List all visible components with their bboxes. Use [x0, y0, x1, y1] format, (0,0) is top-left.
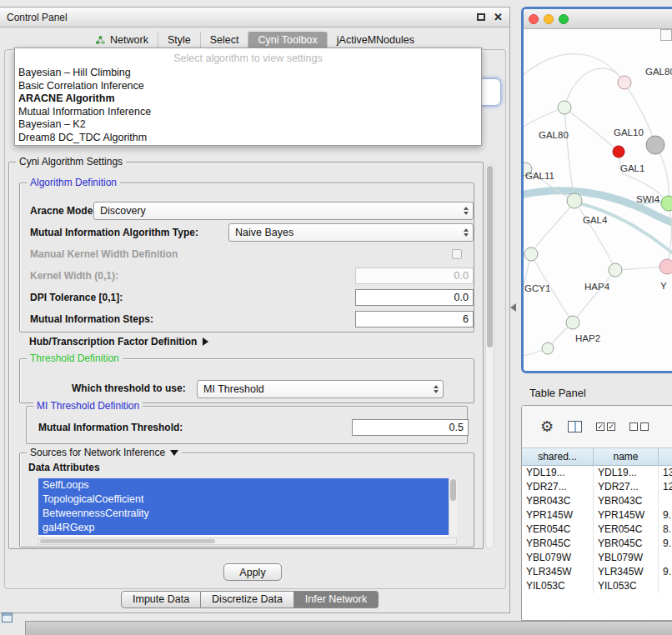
- scrollbar-button[interactable]: [660, 29, 672, 41]
- data-attributes-list[interactable]: SelfLoops TopologicalCoefficient Between…: [38, 478, 457, 537]
- dropdown-option[interactable]: Dream8 DC_TDC Algorithm: [15, 132, 481, 145]
- sources-title[interactable]: Sources for Network Inference: [27, 447, 182, 458]
- apply-button[interactable]: Apply: [223, 563, 282, 581]
- tab-infer-network[interactable]: Infer Network: [294, 591, 379, 608]
- updown-arrows-icon: [462, 228, 470, 237]
- tab-network[interactable]: Network: [86, 32, 158, 49]
- mi-threshold-input[interactable]: 0.5: [352, 419, 469, 436]
- cell: YBR043C: [594, 494, 659, 508]
- dropdown-option[interactable]: Bayesian – Hill Climbing: [15, 67, 481, 80]
- table-row[interactable]: YLR345W YLR345W 9.: [522, 565, 672, 579]
- manual-kernel-label: Manual Kernel Width Definition: [30, 245, 178, 263]
- graph-node[interactable]: [661, 196, 672, 211]
- float-window-icon[interactable]: [477, 13, 485, 21]
- list-vertical-scrollbar[interactable]: [449, 478, 457, 537]
- table-row[interactable]: YDR27... YDR27... 12: [522, 480, 672, 494]
- cell: 9.: [659, 565, 672, 579]
- aracne-mode-select[interactable]: Discovery: [93, 202, 474, 220]
- dropdown-option[interactable]: Basic Correlation Inference: [15, 80, 481, 93]
- tab-impute-data[interactable]: Impute Data: [121, 591, 201, 608]
- graph-node[interactable]: [609, 263, 622, 277]
- dropdown-option[interactable]: Bayesian – K2: [15, 118, 481, 132]
- tab-style[interactable]: Style: [158, 32, 200, 49]
- dpi-tolerance-input[interactable]: 0.0: [355, 289, 474, 306]
- hub-section-toggle[interactable]: Hub/Transcription Factor Definition: [29, 334, 208, 349]
- expand-right-arrow-icon: [203, 338, 208, 346]
- manual-kernel-checkbox[interactable]: [452, 249, 462, 259]
- mi-type-select[interactable]: Naive Bayes: [228, 223, 474, 242]
- column-header-name[interactable]: name: [594, 448, 659, 465]
- dropdown-option[interactable]: Mutual Information Inference: [15, 106, 481, 119]
- minimize-traffic-light[interactable]: [544, 14, 554, 24]
- data-attributes-label: Data Attributes: [28, 458, 100, 477]
- graph-node[interactable]: [524, 248, 538, 261]
- table-row[interactable]: YBL079W YBL079W: [522, 551, 672, 565]
- list-item[interactable]: BetweennessCentrality: [38, 507, 449, 521]
- splitter-collapse-arrow[interactable]: [510, 303, 516, 312]
- cell: YER054C: [522, 522, 594, 537]
- node-label: Y: [660, 281, 667, 291]
- column-header-shared-name[interactable]: shared...: [522, 448, 594, 465]
- dropdown-placeholder: Select algorithm to view settings: [15, 50, 481, 67]
- unselect-all-icon[interactable]: [629, 422, 649, 431]
- graph-node[interactable]: [646, 136, 664, 154]
- cell: [659, 551, 672, 565]
- which-threshold-select[interactable]: MI Threshold: [197, 380, 444, 398]
- kernel-width-input[interactable]: 0.0: [355, 268, 474, 284]
- cell: [659, 579, 672, 593]
- node-label: GAL11: [525, 171, 554, 181]
- tab-discretize-data[interactable]: Discretize Data: [201, 591, 294, 608]
- close-traffic-light[interactable]: [529, 14, 539, 24]
- tab-label: Cyni Toolbox: [258, 34, 317, 46]
- dropdown-option-selected[interactable]: ARACNE Algorithm: [15, 92, 481, 106]
- network-view-window: GAL80 GAL80 GAL10 GAL11 GAL1 SWI4 GAL4 G…: [521, 7, 672, 373]
- cell: YBR045C: [522, 537, 594, 551]
- list-horizontal-scrollbar[interactable]: [38, 538, 457, 545]
- network-canvas[interactable]: GAL80 GAL80 GAL10 GAL11 GAL1 SWI4 GAL4 G…: [524, 29, 672, 371]
- scrollbar-thumb[interactable]: [487, 166, 493, 348]
- kernel-width-label: Kernel Width (0,1):: [30, 267, 118, 285]
- graph-node[interactable]: [613, 146, 624, 158]
- table-row[interactable]: YIL053C YIL053C: [522, 579, 672, 593]
- minimized-panel-icon[interactable]: [2, 612, 13, 622]
- settings-scrollbar[interactable]: [485, 163, 494, 549]
- column-header-third[interactable]: [659, 448, 672, 465]
- list-item[interactable]: TopologicalCoefficient: [38, 492, 449, 507]
- table-row[interactable]: YBR045C YBR045C 9.: [522, 537, 672, 551]
- cell: YDR27...: [522, 480, 594, 494]
- table-row[interactable]: YBR043C YBR043C: [522, 494, 672, 508]
- collapse-down-arrow-icon: [170, 450, 178, 456]
- mi-threshold-label: Mutual Information Threshold:: [38, 418, 183, 437]
- node-label: GCY1: [524, 283, 550, 293]
- table-row[interactable]: YPR145W YPR145W 9.: [522, 508, 672, 522]
- graph-node[interactable]: [542, 342, 554, 354]
- tab-select[interactable]: Select: [200, 32, 248, 49]
- scrollbar-thumb[interactable]: [40, 539, 215, 543]
- select-all-icon[interactable]: ✓✓: [596, 422, 615, 431]
- tab-jactivemnodules[interactable]: jActiveMNodules: [327, 32, 424, 49]
- combo-value: MI Threshold: [203, 383, 432, 395]
- tab-label: Select: [210, 34, 239, 46]
- graph-node[interactable]: [566, 316, 579, 329]
- mi-steps-input[interactable]: 6: [355, 311, 474, 328]
- graph-node[interactable]: [618, 76, 631, 89]
- table-row[interactable]: YDL19... YDL19... 13: [522, 466, 672, 480]
- graph-node[interactable]: [558, 101, 571, 114]
- dpi-tolerance-label: DPI Tolerance [0,1]:: [30, 288, 123, 307]
- cell: YDL19...: [522, 466, 594, 480]
- network-window-titlebar: [524, 9, 672, 29]
- scrollbar-thumb[interactable]: [450, 479, 456, 501]
- cell: YER054C: [594, 522, 659, 537]
- list-item[interactable]: SelfLoops: [38, 478, 449, 492]
- close-icon[interactable]: ✕: [494, 12, 503, 22]
- show-columns-icon[interactable]: [568, 421, 582, 432]
- tab-cyni-toolbox[interactable]: Cyni Toolbox: [248, 32, 326, 49]
- tab-label: Style: [168, 34, 191, 46]
- graph-node[interactable]: [659, 259, 672, 274]
- graph-node[interactable]: [567, 193, 582, 208]
- zoom-traffic-light[interactable]: [559, 14, 569, 24]
- network-graph[interactable]: GAL80 GAL80 GAL10 GAL11 GAL1 SWI4 GAL4 G…: [524, 29, 672, 371]
- gear-icon[interactable]: ⚙: [540, 419, 554, 434]
- table-row[interactable]: YER054C YER054C 8.: [522, 522, 672, 537]
- list-item[interactable]: gal4RGexp: [38, 521, 449, 535]
